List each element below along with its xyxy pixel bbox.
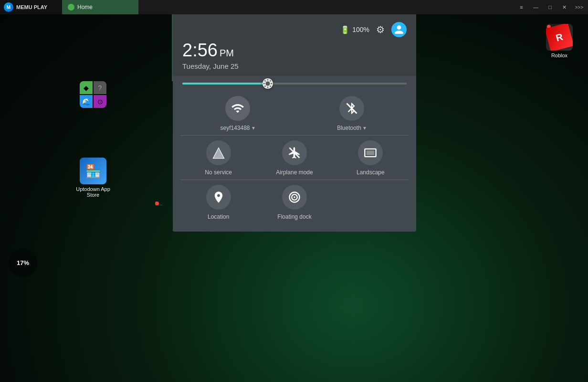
wifi-label-row: seyf143488 ▾ [220, 125, 254, 131]
brightness-sun-icon [262, 78, 273, 89]
svg-line-8 [270, 80, 271, 81]
location-label: Location [208, 213, 229, 220]
minimize-button[interactable]: — [529, 0, 542, 14]
no-service-icon [212, 146, 225, 159]
svg-line-6 [270, 86, 271, 87]
floating-dock-icon-wrap [282, 185, 307, 210]
grid-cell-4: ⊙ [94, 95, 106, 108]
tiles-separator-2 [180, 180, 409, 180]
settings-gear-icon[interactable]: ⚙ [376, 24, 385, 35]
brightness-slider[interactable] [182, 83, 407, 85]
roblox-desktop-icon[interactable]: R Roblox [540, 24, 578, 58]
qs-date: Tuesday, June 25 [182, 62, 407, 70]
weather-widget: 17% [9, 248, 37, 277]
restore-button[interactable]: □ [543, 0, 556, 14]
svg-point-15 [294, 196, 295, 198]
location-tile[interactable]: Location [190, 185, 247, 220]
bluetooth-icon [345, 102, 358, 115]
taskbar: M MEMU PLAY Home ≡ — □ ✕ >>> [0, 0, 588, 14]
tiles-row-3: Location Floating dock [180, 185, 409, 220]
weather-value: 17% [17, 259, 29, 266]
bluetooth-label-row: Bluetooth ▾ [337, 125, 366, 131]
no-service-icon-wrap [206, 140, 231, 165]
notification-dot-left [155, 202, 159, 205]
roblox-icon-image: R [546, 24, 573, 51]
avatar-icon [394, 24, 404, 35]
airplane-mode-icon [288, 146, 301, 159]
battery-icon: 🔋 [340, 25, 350, 34]
roblox-label: Roblox [551, 53, 567, 58]
tiles-separator [180, 135, 409, 136]
battery-percent: 100% [352, 26, 369, 33]
qs-header-top: 🔋 100% ⚙ [182, 22, 407, 37]
grid-cell-1: ◆ [80, 81, 93, 94]
location-icon [212, 191, 225, 204]
landscape-tile[interactable]: Landscape [342, 140, 399, 176]
uptodown-desktop-icon[interactable]: 🏪 Uptodown App Store [74, 158, 112, 198]
time-value: 2:56 [182, 40, 218, 60]
tab-title: Home [77, 4, 93, 11]
taskbar-logo[interactable]: M MEMU PLAY [0, 0, 62, 14]
airplane-tile[interactable]: Airplane mode [266, 140, 323, 176]
bluetooth-label: Bluetooth [337, 125, 361, 131]
menu-button[interactable]: ≡ [514, 0, 528, 14]
tiles-row-2: No service Airplane mode [180, 140, 409, 176]
qs-time: 2:56PM [182, 41, 407, 59]
no-service-label: No service [205, 169, 232, 176]
taskbar-controls: ≡ — □ ✕ >>> [514, 0, 588, 14]
store-icon-image: 🏪 [80, 158, 106, 184]
floating-dock-tile[interactable]: Floating dock [266, 185, 323, 220]
floating-dock-label: Floating dock [277, 213, 311, 220]
notif-indicator: L... [155, 201, 162, 206]
qs-tiles: seyf143488 ▾ Bluetooth ▾ [173, 91, 416, 232]
landscape-label: Landscape [357, 169, 385, 176]
wifi-label: seyf143488 [220, 125, 250, 131]
grid-apps-icon[interactable]: ◆ ? 🌊 ⊙ [74, 81, 112, 108]
bluetooth-tile[interactable]: Bluetooth ▾ [323, 96, 380, 131]
wifi-icon [231, 102, 244, 115]
qs-header: 🔋 100% ⚙ 2:56PM Tuesday, June 25 [173, 14, 416, 76]
wifi-dropdown-arrow[interactable]: ▾ [252, 125, 255, 131]
brightness-fill [182, 83, 268, 85]
user-avatar[interactable] [391, 22, 407, 37]
wifi-icon-wrap [225, 96, 250, 121]
brightness-thumb [262, 78, 273, 89]
brightness-row [173, 76, 416, 91]
bluetooth-icon-wrap [339, 96, 364, 121]
location-icon-wrap [206, 185, 231, 210]
more-options: >>> [572, 5, 586, 10]
logo-text: MEMU PLAY [16, 4, 47, 10]
close-button[interactable]: ✕ [557, 0, 571, 14]
floating-dock-icon [288, 191, 301, 204]
svg-line-5 [264, 80, 265, 81]
wifi-tile[interactable]: seyf143488 ▾ [209, 96, 266, 131]
quick-settings-panel: 🔋 100% ⚙ 2:56PM Tuesday, June 25 [173, 14, 416, 232]
roblox-inner-icon: R [546, 24, 573, 51]
store-label: Uptodown App Store [74, 186, 112, 198]
landscape-icon [364, 146, 377, 159]
grid-cell-3: 🌊 [80, 95, 93, 108]
airplane-label: Airplane mode [276, 169, 313, 176]
svg-point-0 [265, 81, 270, 85]
taskbar-tab-home[interactable]: Home [62, 0, 138, 14]
grid-icon-image: ◆ ? 🌊 ⊙ [80, 81, 106, 108]
time-ampm: PM [220, 48, 234, 58]
svg-rect-12 [367, 150, 374, 155]
tab-favicon [68, 4, 74, 11]
battery-info: 🔋 100% [340, 25, 369, 34]
tiles-row-1: seyf143488 ▾ Bluetooth ▾ [180, 96, 409, 131]
airplane-icon-wrap [282, 140, 307, 165]
memu-logo-icon: M [4, 2, 13, 12]
svg-line-7 [264, 86, 265, 87]
bluetooth-dropdown-arrow[interactable]: ▾ [363, 125, 366, 131]
no-service-tile[interactable]: No service [190, 140, 247, 176]
grid-cell-2: ? [94, 81, 106, 94]
landscape-icon-wrap [358, 140, 383, 165]
